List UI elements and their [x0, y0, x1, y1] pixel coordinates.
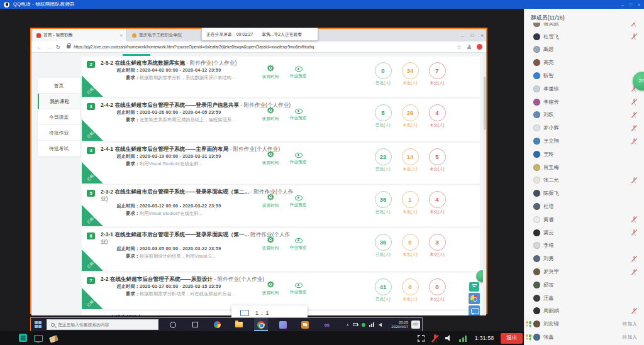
fullscreen-icon[interactable]: [418, 335, 425, 342]
member-row[interactable]: 王玲: [525, 148, 644, 161]
stat-ungraded[interactable]: 34未批(人): [397, 62, 423, 86]
hbuilder-taskbar-button[interactable]: [298, 318, 312, 331]
member-row[interactable]: 刘跃: [525, 109, 644, 122]
forward-icon[interactable]: →: [47, 44, 52, 50]
preview-button[interactable]: 作业预览: [286, 150, 311, 165]
eraser-icon[interactable]: [49, 335, 58, 343]
qq-icon[interactable]: [362, 323, 365, 327]
sidebar-item-5[interactable]: 待批考试: [38, 141, 80, 156]
action-center-icon[interactable]: [411, 320, 420, 329]
member-row[interactable]: 李建芳: [525, 96, 644, 109]
stat-ungraded[interactable]: 29未批(人): [397, 104, 423, 128]
stat-unsubmitted[interactable]: 3未交(人): [424, 234, 450, 258]
stat-unsubmitted[interactable]: 4未交(人): [424, 104, 450, 128]
member-row[interactable]: 罗小辉: [525, 121, 644, 134]
browser-avatar[interactable]: [477, 44, 482, 50]
browser-close-icon[interactable]: ×: [480, 33, 484, 38]
taskbar-search[interactable]: [47, 319, 158, 330]
back-icon[interactable]: ←: [36, 44, 42, 50]
search-input[interactable]: [58, 322, 152, 327]
share-tools-icon[interactable]: [19, 334, 27, 342]
preview-button[interactable]: 作业预览: [286, 193, 311, 208]
member-row[interactable]: 肖玉梅: [525, 161, 644, 174]
stat-unsubmitted[interactable]: 5未交(人): [424, 148, 450, 172]
browser-maximize-icon[interactable]: □: [470, 33, 474, 38]
sidebar-item-1[interactable]: 首页: [38, 78, 80, 94]
profile-person-icon[interactable]: [467, 45, 472, 50]
member-row[interactable]: 罗兴宇: [525, 265, 644, 278]
set-time-button[interactable]: ⚙设置时间: [258, 280, 283, 296]
set-time-button[interactable]: ⚙设置时间: [258, 106, 283, 122]
member-row[interactable]: 邱雷: [525, 278, 644, 292]
bookmark-star-icon[interactable]: ☆: [457, 44, 462, 50]
battery-icon[interactable]: [353, 323, 358, 326]
maximize-icon[interactable]: □: [630, 3, 632, 7]
member-row[interactable]: 高亮: [525, 56, 644, 69]
visual-studio-taskbar-button[interactable]: ∞: [320, 318, 334, 331]
browser-tab[interactable]: 首页 - 智慧职教×: [33, 29, 127, 41]
stat-graded[interactable]: 36已批(人): [370, 191, 396, 215]
url-text[interactable]: https://zjy2.icve.com.cn/assist/homework…: [74, 45, 426, 49]
member-row[interactable]: 陈振飞: [525, 187, 644, 200]
exit-call-button[interactable]: 退出: [501, 333, 523, 344]
tab-close-icon[interactable]: ×: [120, 33, 123, 38]
refresh-icon[interactable]: ↻: [56, 44, 60, 50]
start-button-icon[interactable]: [35, 321, 42, 328]
member-row[interactable]: 刘勇: [525, 252, 644, 265]
member-row[interactable]: 杜雪飞: [525, 30, 644, 43]
member-row[interactable]: 刘宏锂待加入: [525, 317, 644, 331]
preview-button[interactable]: 作业预览: [286, 236, 311, 251]
sidebar-item-3[interactable]: 今日课堂: [38, 109, 80, 125]
preview-button[interactable]: 作业预览: [286, 280, 311, 295]
stat-graded[interactable]: 41已批(人): [370, 278, 396, 302]
member-row[interactable]: 李重琼: [525, 82, 644, 96]
chrome-taskbar-button[interactable]: [254, 318, 268, 331]
member-row[interactable]: 李靖: [525, 239, 644, 253]
set-time-button[interactable]: ⚙设置时间: [258, 150, 283, 166]
task-view-taskbar-button[interactable]: [188, 318, 202, 331]
member-row[interactable]: 靳智: [525, 69, 644, 82]
member-row[interactable]: 王立翔: [525, 134, 644, 148]
stat-unsubmitted[interactable]: 0未交(人): [424, 278, 450, 302]
back-to-top-button[interactable]: [469, 282, 479, 292]
microphone-muted-icon[interactable]: [431, 334, 438, 342]
stat-ungraded[interactable]: 14未批(人): [397, 148, 423, 172]
member-row[interactable]: 冀云: [525, 226, 644, 239]
member-row[interactable]: 禹超: [525, 43, 644, 57]
preview-button[interactable]: 作业预览: [286, 106, 311, 121]
speaker-icon[interactable]: [445, 335, 452, 341]
stat-graded[interactable]: 8已批(人): [370, 104, 396, 128]
member-row[interactable]: 黄睿: [525, 213, 644, 226]
file-explorer-taskbar-button[interactable]: [232, 318, 246, 331]
cortana-taskbar-button[interactable]: [166, 318, 180, 331]
preview-button[interactable]: 作业预览: [286, 64, 311, 79]
set-time-button[interactable]: ⚙设置时间: [258, 236, 283, 251]
chat-widget-icon[interactable]: [469, 305, 480, 315]
minimize-icon[interactable]: –: [621, 3, 624, 7]
stat-graded[interactable]: 36已批(人): [370, 234, 396, 258]
stat-unsubmitted[interactable]: 7未交(人): [424, 62, 450, 86]
taskbar-clock[interactable]: 20:25 2020/4/17: [391, 320, 408, 329]
stat-ungraded[interactable]: 1未批(人): [397, 191, 423, 215]
photos-pinwheel-taskbar-button[interactable]: [210, 318, 224, 331]
member-row[interactable]: 张鑫待加入: [525, 331, 644, 344]
stat-graded[interactable]: 0已批(人): [370, 62, 396, 86]
mixed-reality-taskbar-button[interactable]: [276, 318, 290, 331]
member-row[interactable]: 汪鑫: [525, 292, 644, 305]
screen-share-icon[interactable]: [34, 335, 43, 342]
browser-minimize-icon[interactable]: –: [461, 33, 464, 38]
set-time-button[interactable]: ⚙设置时间: [258, 64, 283, 80]
set-time-button[interactable]: ⚙设置时间: [258, 193, 283, 209]
sidebar-item-2[interactable]: 我的课程: [38, 94, 80, 109]
member-row[interactable]: 张二元: [525, 174, 644, 187]
network-icon[interactable]: [369, 322, 375, 327]
stat-graded[interactable]: 22已批(人): [370, 148, 396, 172]
stat-unsubmitted[interactable]: 4未交(人): [424, 191, 450, 215]
volume-icon[interactable]: [379, 323, 382, 327]
sidebar-item-4[interactable]: 待批作业: [38, 125, 80, 141]
stat-ungraded[interactable]: 0未批(人): [397, 278, 423, 302]
hidden-icons-chevron-icon[interactable]: ∧: [347, 322, 349, 327]
chrome-widget-icon[interactable]: [469, 293, 480, 304]
page-scrollbar[interactable]: [483, 53, 486, 315]
member-row[interactable]: 周丽娟: [525, 305, 644, 318]
